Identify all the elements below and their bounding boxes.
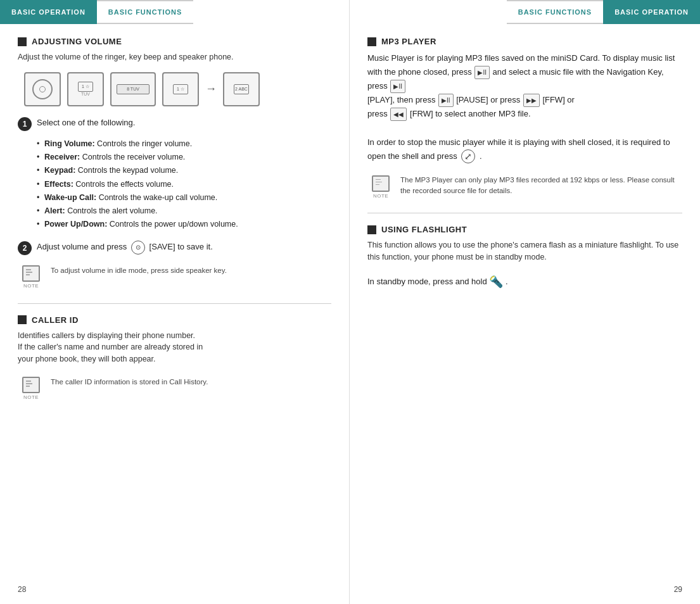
- step-2-text: Adjust volume and press ⊙ [SAVE] to save…: [37, 241, 213, 255]
- mp3-note: NOTE The MP3 Player can only play MP3 fi…: [367, 172, 682, 201]
- play-btn-1: ▶II: [474, 66, 490, 79]
- step-1: 1 Select one of the following.: [18, 116, 331, 131]
- note-label-2: NOTE: [23, 394, 39, 400]
- title-square-icon-3: [367, 37, 376, 46]
- flashlight-label: USING FLASHLIGHT: [381, 225, 467, 234]
- tab-basic-functions-right: BASIC FUNCTIONS: [507, 0, 603, 24]
- save-icon: ⊙: [131, 241, 145, 255]
- play-btn-2: ▶II: [390, 80, 405, 93]
- title-square-icon-4: [367, 225, 376, 234]
- phone-image-5: 2 ABC: [223, 72, 260, 106]
- flashlight-title: USING FLASHLIGHT: [367, 225, 682, 234]
- caller-id-title: CALLER ID: [18, 315, 331, 325]
- left-page: BASIC OPERATION BASIC FUNCTIONS ADJUSTIN…: [0, 0, 350, 604]
- frw-btn: ◀◀: [390, 108, 407, 121]
- flashlight-desc: This function allows you to use the phon…: [367, 239, 682, 263]
- note-label-1: NOTE: [23, 283, 39, 289]
- mp3-text-8: In order to stop the music player while …: [367, 137, 670, 161]
- mp3-text-5: [FFW] or: [542, 95, 575, 104]
- note-label-3: NOTE: [373, 193, 388, 199]
- note-icon-1: NOTE: [18, 265, 44, 289]
- bullet-keypad: Keypad: Controls the keypad volume.: [37, 164, 331, 177]
- divider-1: [18, 303, 331, 304]
- step-circle-2: 2: [18, 241, 32, 255]
- caller-id-desc: Identifies callers by displaying their p…: [18, 330, 331, 365]
- mp3-text-7: [FRW] to select another MP3 file.: [410, 109, 531, 118]
- mp3-text-4: [PAUSE] or press: [456, 95, 523, 104]
- page-number-left: 28: [18, 585, 26, 594]
- tab-basic-operation-right: BASIC OPERATION: [603, 0, 700, 24]
- mp3-text-block: Music Player is for playing MP3 files sa…: [367, 51, 682, 163]
- volume-note-content: To adjust volume in idle mode, press sid…: [51, 265, 227, 276]
- phone-image-1: [24, 72, 61, 106]
- title-square-icon: [18, 37, 27, 46]
- tab-basic-functions-left: BASIC FUNCTIONS: [97, 0, 193, 24]
- bullet-ring-volume: Ring Volume: Controls the ringer volume.: [37, 137, 331, 151]
- divider-2: [367, 213, 682, 213]
- mp3-text-3: [PLAY], then press: [367, 95, 438, 104]
- phone-image-3: 8 TUV: [110, 72, 156, 106]
- book-icon: [22, 265, 40, 282]
- phone-image-4: 1 ☆: [162, 72, 199, 106]
- bullet-alert: Alert: Controls the alert volume.: [37, 204, 331, 218]
- note-icon-2: NOTE: [18, 377, 44, 401]
- step-circle-1: 1: [18, 117, 32, 131]
- volume-note: NOTE To adjust volume in idle mode, pres…: [18, 263, 331, 292]
- book-icon-2: [22, 377, 40, 393]
- step-2: 2 Adjust volume and press ⊙ [SAVE] to sa…: [18, 241, 331, 255]
- step-1-text: Select one of the following.: [37, 116, 135, 129]
- bullet-receiver: Receiver: Controls the receiver volume.: [37, 151, 331, 164]
- bullet-effects: Effects: Controls the effects volume.: [37, 178, 331, 191]
- left-header: BASIC OPERATION BASIC FUNCTIONS: [0, 0, 349, 24]
- phone-image-2: 1 ☆ TUV: [67, 72, 104, 106]
- title-square-icon-2: [18, 315, 27, 324]
- mp3-text-9: .: [480, 151, 482, 161]
- volume-bullets: Ring Volume: Controls the ringer volume.…: [37, 137, 331, 232]
- arrow-icon: →: [205, 82, 217, 96]
- caller-id-label: CALLER ID: [32, 315, 79, 325]
- flashlight-standby-text: In standby mode, press and hold 🔦 .: [367, 272, 682, 292]
- note-icon-3: NOTE: [367, 175, 394, 199]
- flashlight-icon: 🔦: [489, 272, 503, 292]
- page-number-right: 29: [674, 585, 682, 594]
- right-content: MP3 PLAYER Music Player is for playing M…: [350, 37, 700, 291]
- book-icon-3: [372, 175, 390, 192]
- left-content: ADJUSTING VOLUME Adjust the volume of th…: [0, 37, 349, 403]
- mp3-note-content: The MP3 Player can only play MP3 files r…: [400, 175, 682, 197]
- ffwd-btn: ▶▶: [523, 94, 540, 107]
- caller-id-note: NOTE The caller ID information is stored…: [18, 374, 331, 403]
- phone-images-row: 1 ☆ TUV 8 TUV 1 ☆: [18, 72, 331, 106]
- shell-open-icon: ⤢: [461, 149, 475, 163]
- bullet-powerupdown: Power Up/Down: Controls the power up/dow…: [37, 218, 331, 231]
- mp3-text-6: press: [367, 109, 390, 118]
- bullet-wakeup: Wake-up Call: Controls the wake-up call …: [37, 191, 331, 204]
- tab-basic-operation-left: BASIC OPERATION: [0, 0, 97, 24]
- flashlight-period: .: [506, 276, 508, 286]
- flashlight-text-1: In standby mode, press and hold: [367, 276, 487, 286]
- adjusting-volume-title: ADJUSTING VOLUME: [18, 37, 331, 46]
- adjusting-volume-label: ADJUSTING VOLUME: [32, 37, 122, 46]
- pause-btn: ▶II: [438, 94, 454, 107]
- caller-id-note-content: The caller ID information is stored in C…: [51, 377, 208, 387]
- right-header: BASIC FUNCTIONS BASIC OPERATION: [350, 0, 700, 24]
- right-page: BASIC FUNCTIONS BASIC OPERATION MP3 PLAY…: [350, 0, 700, 604]
- adjusting-volume-desc: Adjust the volume of the ringer, key bee…: [18, 51, 331, 63]
- mp3-player-label: MP3 PLAYER: [381, 37, 436, 46]
- mp3-player-title: MP3 PLAYER: [367, 37, 682, 46]
